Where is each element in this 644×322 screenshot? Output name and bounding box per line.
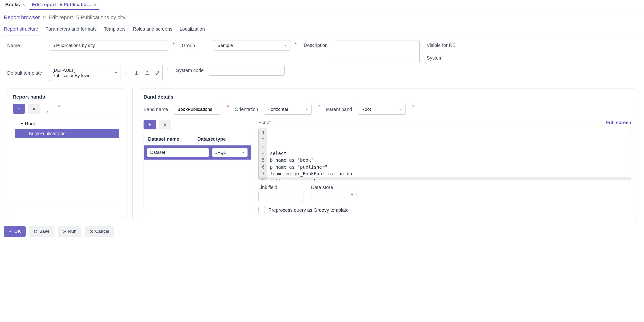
parent-band-value: Root: [362, 107, 371, 112]
preprocess-row: Preprocess query as Groovy template: [258, 207, 631, 214]
visible-label: Visible for RE: [427, 42, 456, 48]
move-down-button[interactable]: [55, 106, 64, 112]
ok-button[interactable]: OK: [4, 226, 26, 237]
tab-books[interactable]: Books ✕: [3, 0, 28, 10]
tree-root-label: Root: [25, 121, 35, 126]
required-mark: *: [173, 40, 175, 47]
required-mark: *: [227, 104, 229, 110]
triangle-down-icon: [58, 106, 60, 111]
breadcrumb: Report browser > Edit report "5 Publicat…: [0, 10, 644, 22]
tab-report-structure[interactable]: Report structure: [4, 24, 38, 35]
tab-parameters-formats[interactable]: Parameters and formats: [45, 24, 97, 35]
data-store-label: Data store: [311, 185, 356, 190]
dataset-table-header: Dataset name Dataset type: [144, 133, 251, 146]
line-gutter: 12345678: [258, 128, 267, 180]
dataset-type-select[interactable]: JPQL: [212, 148, 248, 157]
tab-localization[interactable]: Localization: [180, 24, 205, 35]
close-icon[interactable]: ✕: [94, 3, 97, 7]
cancel-label: Cancel: [95, 229, 109, 234]
tab-edit-report[interactable]: Edit report "5 Publicatio… ✕: [30, 0, 99, 10]
link-field-input[interactable]: [258, 192, 304, 202]
chevron-down-icon: [306, 108, 308, 110]
remove-band-button[interactable]: [28, 104, 40, 114]
dataset-table: Dataset name Dataset type JPQL: [144, 133, 251, 209]
close-icon: [163, 123, 167, 126]
required-mark: *: [167, 65, 169, 72]
band-details-panel: Band details Band name * Orientation Hor…: [138, 88, 637, 219]
dataset-column: Dataset name Dataset type JPQL: [144, 120, 251, 209]
tab-roles-screens[interactable]: Roles and screens: [133, 24, 172, 35]
description-textarea[interactable]: [336, 40, 420, 63]
description-label: Description: [304, 40, 332, 48]
orientation-select[interactable]: Horizontal: [264, 104, 312, 114]
dataset-table-row[interactable]: JPQL: [144, 146, 251, 160]
group-label: Group: [182, 43, 210, 48]
band-columns: Dataset name Dataset type JPQL Script: [144, 120, 631, 214]
window-tabs: Books ✕ Edit report "5 Publicatio… ✕: [0, 0, 644, 10]
add-band-button[interactable]: [13, 104, 25, 114]
preprocess-label: Preprocess query as Groovy template: [268, 208, 349, 213]
run-icon: [62, 230, 66, 234]
move-up-button[interactable]: [43, 106, 52, 112]
tab-templates[interactable]: Templates: [104, 24, 126, 35]
orientation-label: Orientation: [235, 107, 258, 112]
ok-label: OK: [14, 229, 21, 234]
run-label: Run: [68, 229, 76, 234]
group-select[interactable]: Sample: [214, 40, 290, 51]
add-dataset-button[interactable]: [144, 120, 156, 130]
chevron-down-icon: [351, 194, 353, 196]
name-input[interactable]: [49, 40, 168, 51]
tree-child-item[interactable]: BookPublications: [15, 129, 119, 138]
data-store-select[interactable]: [311, 192, 356, 198]
panel-divider[interactable]: [132, 88, 133, 219]
band-name-label: Band name: [144, 107, 168, 112]
system-code-label: System code: [176, 68, 205, 73]
panels: Report bands Root BookPublications Band …: [0, 87, 644, 221]
script-editor[interactable]: 12345678 select b.name as "book", p.name…: [258, 128, 631, 180]
preprocess-checkbox[interactable]: [258, 207, 265, 214]
parent-band-select[interactable]: Root: [358, 104, 406, 114]
band-name-input[interactable]: [174, 104, 220, 114]
dataset-type-value: JPQL: [215, 150, 226, 155]
col-dataset-name: Dataset name: [148, 136, 197, 142]
run-button[interactable]: Run: [58, 226, 81, 237]
code-area[interactable]: select b.name as "book", p.name as "publ…: [267, 128, 631, 180]
plus-icon: [148, 123, 152, 126]
upload-template-button[interactable]: [142, 65, 152, 81]
breadcrumb-current: Edit report "5 Publications by city": [49, 14, 128, 20]
parent-band-label: Parent band: [326, 107, 352, 112]
breadcrumb-sep: >: [43, 14, 46, 20]
plus-icon: [17, 107, 21, 111]
edit-template-button[interactable]: [152, 65, 163, 81]
check-icon: [8, 230, 12, 234]
chevron-down-icon: [242, 152, 244, 153]
upload-icon: [145, 71, 149, 75]
default-template-value: (DEFAULT) PublicationByTown.: [52, 68, 115, 78]
report-bands-title: Report bands: [13, 94, 121, 100]
download-template-button[interactable]: [131, 65, 142, 81]
add-template-button[interactable]: [120, 65, 131, 81]
breadcrumb-root-link[interactable]: Report browser: [4, 14, 40, 20]
footer-bar: OK Save Run Cancel: [0, 221, 644, 242]
name-label: Name: [7, 43, 46, 48]
dataset-name-input[interactable]: [147, 148, 209, 157]
save-label: Save: [40, 229, 50, 234]
default-template-select[interactable]: (DEFAULT) PublicationByTown.: [49, 65, 120, 81]
required-mark: *: [412, 104, 414, 110]
edit-icon: [155, 71, 160, 75]
bands-tree: Root BookPublications: [13, 117, 121, 208]
full-screen-link[interactable]: Full screen: [606, 120, 631, 125]
bands-toolbar: [13, 104, 121, 114]
tree-root-item[interactable]: Root: [15, 120, 119, 128]
system-code-input[interactable]: [208, 65, 285, 76]
close-icon[interactable]: ✕: [22, 3, 25, 7]
chevron-down-icon: [400, 108, 402, 110]
remove-dataset-button[interactable]: [159, 120, 171, 130]
dataset-toolbar: [144, 120, 251, 130]
triangle-up-icon: [46, 107, 49, 112]
cancel-button[interactable]: Cancel: [85, 226, 114, 237]
system-label: System: [427, 55, 456, 61]
required-mark: *: [318, 104, 320, 110]
caret-down-icon: [20, 123, 23, 125]
save-button[interactable]: Save: [29, 226, 54, 237]
